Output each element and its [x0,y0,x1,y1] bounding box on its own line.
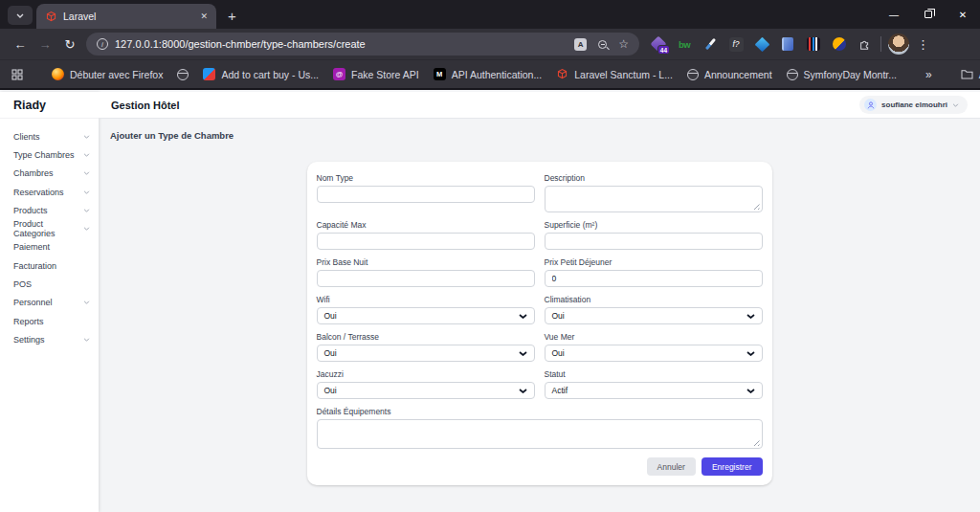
jacuzzi-select[interactable]: Oui [317,382,535,399]
translate-icon[interactable]: A [574,38,587,51]
extension-eyedropper-icon[interactable] [702,35,719,53]
extension-badge: 44 [657,45,670,55]
sidebar-item-label: Paiement [13,242,50,252]
sidebar-item-reservations[interactable]: Reservations [0,183,99,201]
bookmark-fake-store-api[interactable]: @ Fake Store API [333,68,419,80]
url-bar[interactable]: i 127.0.0.1:8000/gestion-chmber/type-cha… [86,33,639,56]
balcon-terrasse-select[interactable]: Oui [317,345,535,362]
resize-handle[interactable] [753,203,760,210]
select-value: Oui [324,348,337,358]
sidebar-item-personnel[interactable]: Personnel [0,294,99,312]
description-textarea[interactable] [545,186,763,212]
bookmark-laravel-sanctum[interactable]: Laravel Sanctum - L... [556,68,673,80]
minimize-button[interactable]: — [877,0,911,29]
all-bookmarks-button[interactable]: All Bookmarks [961,69,980,80]
sidebar-item-product-categories[interactable]: Product Categories [0,219,99,237]
sidebar-nav: Clients Type Chambres Chambres Reservati… [0,119,99,349]
bookmark-symfonyday[interactable]: SymfonyDay Montr... [787,69,897,80]
browser-menu-icon[interactable]: ⋮ [917,37,929,52]
tab-strip: Laravel ✕ + — ✕ [0,0,980,29]
superficie-input[interactable] [545,233,763,250]
close-button[interactable]: ✕ [946,0,980,29]
wifi-select[interactable]: Oui [317,307,535,324]
sidebar-item-label: Type Chambres [13,150,75,160]
capacite-max-input[interactable] [317,233,535,250]
apps-grid-icon[interactable] [11,69,23,80]
browser-window: Laravel ✕ + — ✕ ← → ↻ i 127.0.0.1:8000/g… [0,0,980,512]
bookmark-announcement[interactable]: Announcement [687,69,772,80]
sidebar-item-pos[interactable]: POS [0,275,99,293]
sidebar-item-facturation[interactable]: Facturation [0,256,99,275]
extension-orange-circle-icon[interactable] [831,35,848,53]
sidebar-item-products[interactable]: Products [0,201,99,219]
tab-title: Laravel [63,11,194,22]
back-button[interactable]: ← [8,33,33,56]
forward-button[interactable]: → [33,33,57,56]
extension-builtwith-icon[interactable]: bw [676,35,693,53]
laravel-icon [556,68,568,80]
cancel-button[interactable]: Annuler [647,457,696,476]
user-icon [864,99,877,111]
field-superficie: Superficie (m²) [545,220,763,250]
bw-label: bw [679,39,690,50]
site-info-icon[interactable]: i [97,38,108,50]
field-label: Capacité Max [317,220,535,230]
app-header: Gestion Hôtel soufiane elmouhri [99,92,980,119]
statut-select[interactable]: Actif [545,382,763,399]
bookmark-add-to-cart[interactable]: Add to cart buy - Us... [203,68,319,80]
sidebar-item-settings[interactable]: Settings [0,330,99,348]
field-prix-petit-dejeuner: Prix Petit Déjeuner [545,257,763,287]
tab-list-chevron-button[interactable] [8,6,33,25]
bookmark-label: Announcement [704,69,772,80]
page-title: Ajouter un Type de Chambre [110,130,969,141]
bookmark-star-icon[interactable]: ☆ [618,38,629,50]
new-tab-button[interactable]: + [228,9,236,23]
bookmarks-overflow-button[interactable]: » [925,68,932,81]
field-vue-mer: Vue Mer Oui [545,332,763,362]
zoom-icon[interactable] [598,40,607,49]
extension-striped-icon[interactable] [805,35,822,53]
chevron-down-icon [83,171,90,175]
browser-tab-laravel[interactable]: Laravel ✕ [36,4,216,29]
field-details-equipements: Détails Équipements [317,407,763,449]
prix-base-nuit-input[interactable] [317,270,535,287]
bookmark-api-authentication[interactable]: M API Authentication... [434,68,543,80]
save-button[interactable]: Enregistrer [702,457,763,476]
chevron-down-icon [83,190,90,194]
sidebar-item-type-chambres[interactable]: Type Chambres [0,145,99,164]
restore-button[interactable] [911,0,946,29]
chevron-down-icon [519,389,527,393]
prix-petit-dejeuner-input[interactable] [545,270,763,287]
bookmark-label: Débuter avec Firefox [70,69,163,80]
reload-button[interactable]: ↻ [57,33,82,56]
details-equipements-textarea[interactable] [317,419,763,449]
sidebar-item-clients[interactable]: Clients [0,127,99,145]
vue-mer-select[interactable]: Oui [545,345,763,362]
chevron-down-icon [746,389,755,393]
sidebar-item-paiement[interactable]: Paiement [0,238,99,256]
page-content: Ajouter un Type de Chambre Nom Type Desc… [99,119,980,512]
climatisation-select[interactable]: Oui [545,307,763,324]
field-wifi: Wifi Oui [317,295,535,324]
extensions-puzzle-icon[interactable] [857,35,874,53]
profile-avatar[interactable] [888,33,909,55]
tab-close-icon[interactable]: ✕ [200,11,208,21]
sidebar-item-chambres[interactable]: Chambres [0,165,99,183]
url-text[interactable]: 127.0.0.1:8000/gestion-chmber/type-chamb… [115,38,568,50]
user-menu[interactable]: soufiane elmouhri [859,96,968,114]
extension-purple-gem-icon[interactable]: 44 [650,35,667,53]
extension-fakefiller-icon[interactable]: f? [727,35,745,53]
extension-blue-diamond-icon[interactable] [753,35,770,53]
chevron-down-icon [83,153,90,157]
extension-blue-book-icon[interactable] [779,35,796,53]
bookmark-globe-only[interactable] [177,69,189,80]
puzzle-shape [858,37,872,51]
resize-handle[interactable] [753,439,760,446]
sidebar-item-label: Products [13,206,48,215]
field-prix-base-nuit: Prix Base Nuit [317,257,535,287]
sidebar-item-reports[interactable]: Reports [0,312,99,330]
sidebar-item-label: POS [13,279,32,289]
bookmark-debuter-firefox[interactable]: Débuter avec Firefox [52,68,163,80]
nom-type-input[interactable] [317,186,535,203]
field-label: Balcon / Terrasse [317,332,535,342]
